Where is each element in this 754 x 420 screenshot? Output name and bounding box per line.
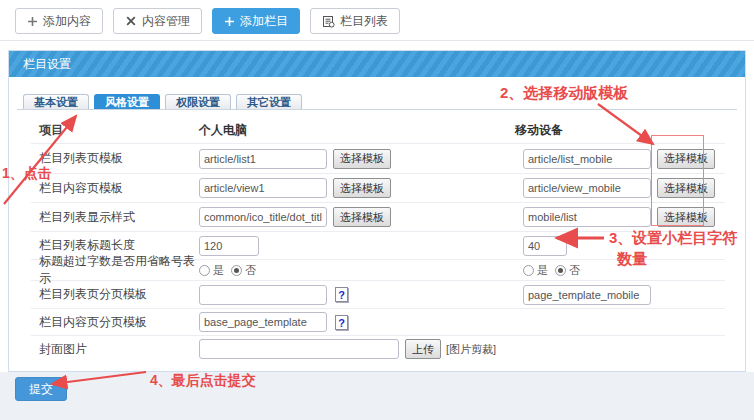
table-header-row: 项目 个人电脑 移动设备 [31, 117, 725, 143]
pc-list-style-input[interactable] [199, 207, 327, 227]
mobile-ellipsis-no-label: 否 [569, 263, 580, 278]
content-manage-label: 内容管理 [142, 13, 190, 30]
table-row: 封面图片 上传 [图片剪裁] [31, 335, 725, 362]
pc-list-pagination-input[interactable] [199, 285, 327, 305]
toolbar-divider [0, 40, 754, 41]
help-icon[interactable]: ? [335, 287, 348, 302]
pc-ellipsis-yes-label: 是 [213, 263, 224, 278]
row-label: 栏目内容页模板 [31, 180, 199, 197]
mobile-list-template-input[interactable] [523, 149, 651, 169]
plus-icon [224, 16, 235, 27]
add-column-label: 添加栏目 [240, 13, 288, 30]
table-row: 栏目内容页分页模板 ? [31, 308, 725, 335]
annotation-step2: 2、选择移动版模板 [500, 84, 628, 103]
column-list-label: 栏目列表 [340, 13, 388, 30]
table-row: 栏目内容页模板 选择模板 选择模板 [31, 173, 725, 202]
table-row: 栏目列表页模板 选择模板 选择模板 [31, 143, 725, 173]
help-icon[interactable]: ? [335, 315, 348, 330]
pc-ellipsis-no-radio[interactable] [231, 265, 242, 276]
pc-ellipsis-no-label: 否 [245, 263, 256, 278]
row-label: 封面图片 [31, 341, 199, 358]
row-label: 栏目列表页分页模板 [31, 286, 199, 303]
table-row: 栏目列表显示样式 选择模板 选择模板 [31, 202, 725, 231]
add-column-button[interactable]: 添加栏目 [212, 8, 300, 34]
clipboard-icon [322, 15, 335, 28]
row-label: 栏目列表显示样式 [31, 209, 199, 226]
pc-list-select-template-button[interactable]: 选择模板 [333, 149, 391, 169]
header-item: 项目 [31, 122, 199, 139]
row-label: 标题超过字数是否用省略号表示 [31, 253, 199, 287]
pc-ellipsis-yes-radio[interactable] [199, 265, 210, 276]
column-settings-panel: 栏目设置 基本设置 风格设置 权限设置 其它设置 项目 个人电脑 移动设备 栏目… [8, 50, 746, 372]
tab-basic-settings[interactable]: 基本设置 [23, 94, 89, 110]
row-label: 栏目列表标题长度 [31, 237, 199, 254]
pc-title-length-input[interactable] [199, 236, 259, 256]
tab-style-settings[interactable]: 风格设置 [94, 94, 160, 110]
panel-title: 栏目设置 [9, 51, 745, 77]
mobile-list-pagination-input[interactable] [523, 285, 651, 305]
mobile-ellipsis-no-radio[interactable] [555, 265, 566, 276]
highlight-box-mobile-templates [651, 135, 704, 226]
pc-view-select-template-button[interactable]: 选择模板 [333, 178, 391, 198]
plus-icon [27, 16, 38, 27]
header-pc: 个人电脑 [199, 122, 515, 139]
add-content-button[interactable]: 添加内容 [15, 8, 103, 34]
pc-ellipsis-radio-group: 是 否 [199, 263, 262, 278]
tabbar-divider [17, 109, 737, 110]
column-list-button[interactable]: 栏目列表 [310, 8, 400, 34]
mobile-view-template-input[interactable] [523, 178, 651, 198]
row-label: 栏目内容页分页模板 [31, 314, 199, 331]
tools-icon [125, 15, 137, 27]
pc-style-select-template-button[interactable]: 选择模板 [333, 207, 391, 227]
settings-tabs: 基本设置 风格设置 权限设置 其它设置 [23, 94, 302, 110]
pc-view-template-input[interactable] [199, 178, 327, 198]
submit-button[interactable]: 提交 [15, 377, 67, 401]
upload-button[interactable]: 上传 [405, 339, 441, 359]
mobile-ellipsis-radio-group: 是 否 [523, 263, 586, 278]
cover-image-input[interactable] [199, 339, 399, 359]
mobile-ellipsis-yes-label: 是 [537, 263, 548, 278]
annotation-step3-line1: 3、设置小栏目字符 [609, 229, 737, 248]
annotation-step3-line2: 数量 [617, 250, 647, 269]
annotation-step4: 4、最后点击提交 [150, 372, 256, 390]
mobile-list-style-input[interactable] [523, 207, 651, 227]
pc-content-pagination-input[interactable] [199, 312, 327, 332]
add-content-label: 添加内容 [43, 13, 91, 30]
mobile-ellipsis-yes-radio[interactable] [523, 265, 534, 276]
content-manage-button[interactable]: 内容管理 [113, 8, 202, 34]
pc-list-template-input[interactable] [199, 149, 327, 169]
image-crop-link[interactable]: [图片剪裁] [446, 342, 496, 357]
mobile-title-length-input[interactable] [523, 236, 567, 256]
annotation-step1: 1、点击 [2, 165, 52, 183]
tab-other-settings[interactable]: 其它设置 [236, 94, 302, 110]
top-toolbar: 添加内容 内容管理 添加栏目 栏目列表 [15, 8, 400, 34]
row-label: 栏目列表页模板 [31, 150, 199, 167]
tab-permission-settings[interactable]: 权限设置 [165, 94, 231, 110]
footer-background [0, 372, 754, 420]
